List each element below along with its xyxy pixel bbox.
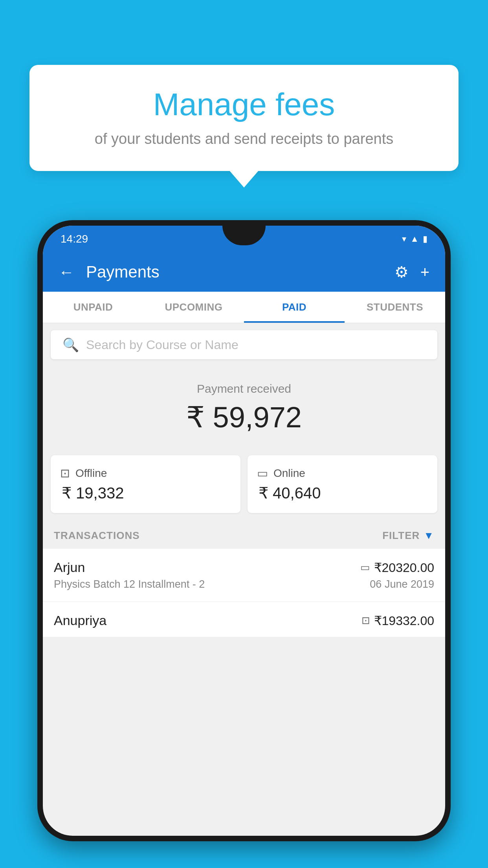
phone-screen: 14:29 ▾ ▲ ▮ ← Payments ⚙ + UNPAID	[43, 226, 445, 836]
tab-paid[interactable]: PAID	[244, 292, 345, 323]
signal-icon: ▲	[410, 234, 419, 244]
transaction-amount: ▭ ₹20320.00	[360, 560, 434, 575]
transactions-header: TRANSACTIONS FILTER ▼	[43, 522, 445, 549]
filter-label: FILTER	[382, 530, 420, 542]
offline-card: ⊡ Offline ₹ 19,332	[51, 455, 240, 513]
offline-icon: ⊡	[60, 466, 70, 480]
tab-upcoming[interactable]: UPCOMING	[143, 292, 244, 323]
transactions-label: TRANSACTIONS	[54, 530, 140, 542]
transaction-name-2: Anupriya	[54, 613, 106, 628]
transaction-amount-value-2: ₹19332.00	[374, 613, 434, 628]
app-bar-actions: ⚙ +	[394, 263, 429, 281]
tab-students[interactable]: STUDENTS	[345, 292, 445, 323]
settings-icon[interactable]: ⚙	[394, 263, 409, 281]
tab-unpaid[interactable]: UNPAID	[43, 292, 143, 323]
add-icon[interactable]: +	[420, 263, 429, 281]
back-button[interactable]: ←	[59, 263, 74, 281]
transaction-course: Physics Batch 12 Installment - 2	[54, 578, 205, 590]
tabs-bar: UNPAID UPCOMING PAID STUDENTS	[43, 292, 445, 323]
status-icons: ▾ ▲ ▮	[402, 234, 427, 244]
transaction-date: 06 June 2019	[370, 578, 434, 590]
search-bar[interactable]: 🔍 Search by Course or Name	[51, 330, 437, 359]
payment-cards: ⊡ Offline ₹ 19,332 ▭ Online ₹ 40,640	[51, 455, 437, 513]
filter-icon: ▼	[424, 530, 434, 542]
payment-received-section: Payment received ₹ 59,972	[43, 366, 445, 446]
transaction-row-partial[interactable]: Anupriya ⊡ ₹19332.00	[43, 602, 445, 637]
phone-frame: 14:29 ▾ ▲ ▮ ← Payments ⚙ + UNPAID	[37, 220, 451, 841]
payment-received-amount: ₹ 59,972	[51, 400, 437, 434]
page-title: Payments	[86, 263, 383, 281]
search-placeholder: Search by Course or Name	[86, 338, 238, 352]
card-payment-icon: ▭	[360, 561, 370, 574]
speech-bubble: Manage fees of your students and send re…	[29, 65, 459, 171]
filter-button[interactable]: FILTER ▼	[382, 530, 434, 542]
offline-payment-icon: ⊡	[361, 614, 370, 627]
transaction-name: Arjun	[54, 560, 85, 575]
transaction-amount-value: ₹20320.00	[374, 560, 434, 575]
payment-received-label: Payment received	[51, 382, 437, 395]
transaction-row-top: Arjun ▭ ₹20320.00	[54, 560, 434, 575]
offline-card-header: ⊡ Offline	[60, 466, 231, 480]
online-label: Online	[273, 467, 305, 480]
offline-amount: ₹ 19,332	[60, 484, 231, 502]
status-bar: 14:29 ▾ ▲ ▮	[43, 226, 445, 252]
online-icon: ▭	[257, 466, 268, 480]
status-time: 14:29	[61, 233, 88, 245]
search-icon: 🔍	[62, 337, 79, 353]
phone-mockup: 14:29 ▾ ▲ ▮ ← Payments ⚙ + UNPAID	[37, 220, 451, 868]
online-card-header: ▭ Online	[257, 466, 428, 480]
battery-icon: ▮	[423, 234, 427, 244]
transaction-row-bottom: Physics Batch 12 Installment - 2 06 June…	[54, 578, 434, 590]
speech-bubble-title: Manage fees	[53, 86, 435, 123]
offline-label: Offline	[75, 467, 107, 480]
app-bar: ← Payments ⚙ +	[43, 252, 445, 292]
transaction-row[interactable]: Arjun ▭ ₹20320.00 Physics Batch 12 Insta…	[43, 549, 445, 602]
transaction-row-top-2: Anupriya ⊡ ₹19332.00	[54, 613, 434, 628]
online-card: ▭ Online ₹ 40,640	[248, 455, 437, 513]
speech-bubble-subtitle: of your students and send receipts to pa…	[53, 131, 435, 147]
wifi-icon: ▾	[402, 234, 406, 244]
content-area: 🔍 Search by Course or Name Payment recei…	[43, 323, 445, 637]
online-amount: ₹ 40,640	[257, 484, 428, 502]
transaction-amount-2: ⊡ ₹19332.00	[361, 613, 434, 628]
